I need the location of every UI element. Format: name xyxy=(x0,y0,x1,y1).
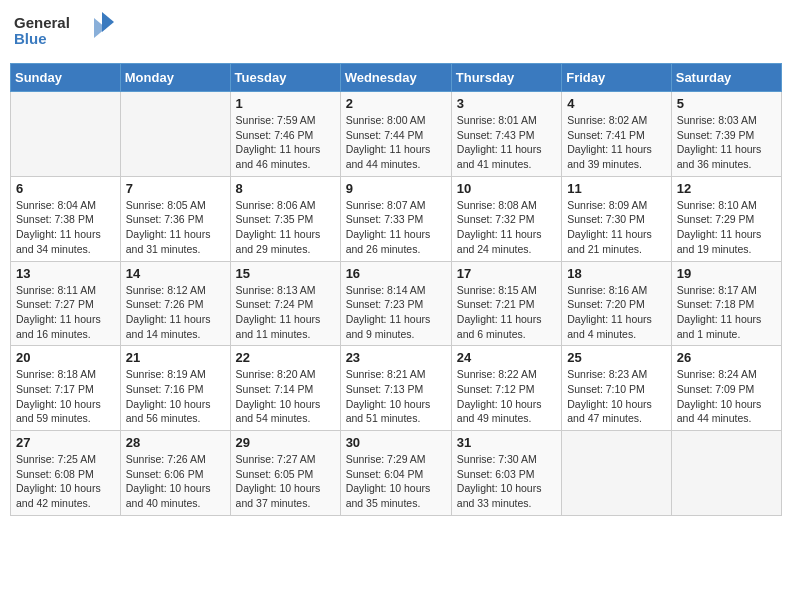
day-cell: 18Sunrise: 8:16 AMSunset: 7:20 PMDayligh… xyxy=(562,261,672,346)
day-cell: 25Sunrise: 8:23 AMSunset: 7:10 PMDayligh… xyxy=(562,346,672,431)
day-cell: 19Sunrise: 8:17 AMSunset: 7:18 PMDayligh… xyxy=(671,261,781,346)
day-cell: 4Sunrise: 8:02 AMSunset: 7:41 PMDaylight… xyxy=(562,92,672,177)
day-info: Sunrise: 8:01 AMSunset: 7:43 PMDaylight:… xyxy=(457,113,556,172)
day-cell: 2Sunrise: 8:00 AMSunset: 7:44 PMDaylight… xyxy=(340,92,451,177)
day-number: 23 xyxy=(346,350,446,365)
day-info: Sunrise: 8:03 AMSunset: 7:39 PMDaylight:… xyxy=(677,113,776,172)
day-cell: 14Sunrise: 8:12 AMSunset: 7:26 PMDayligh… xyxy=(120,261,230,346)
day-number: 20 xyxy=(16,350,115,365)
day-info: Sunrise: 8:02 AMSunset: 7:41 PMDaylight:… xyxy=(567,113,666,172)
day-header-friday: Friday xyxy=(562,64,672,92)
day-info: Sunrise: 7:26 AMSunset: 6:06 PMDaylight:… xyxy=(126,452,225,511)
day-cell: 24Sunrise: 8:22 AMSunset: 7:12 PMDayligh… xyxy=(451,346,561,431)
week-row-2: 13Sunrise: 8:11 AMSunset: 7:27 PMDayligh… xyxy=(11,261,782,346)
day-info: Sunrise: 8:22 AMSunset: 7:12 PMDaylight:… xyxy=(457,367,556,426)
day-cell: 16Sunrise: 8:14 AMSunset: 7:23 PMDayligh… xyxy=(340,261,451,346)
day-info: Sunrise: 8:18 AMSunset: 7:17 PMDaylight:… xyxy=(16,367,115,426)
day-number: 18 xyxy=(567,266,666,281)
day-number: 14 xyxy=(126,266,225,281)
day-header-wednesday: Wednesday xyxy=(340,64,451,92)
day-number: 13 xyxy=(16,266,115,281)
day-cell: 17Sunrise: 8:15 AMSunset: 7:21 PMDayligh… xyxy=(451,261,561,346)
day-cell: 8Sunrise: 8:06 AMSunset: 7:35 PMDaylight… xyxy=(230,176,340,261)
day-number: 29 xyxy=(236,435,335,450)
day-info: Sunrise: 8:06 AMSunset: 7:35 PMDaylight:… xyxy=(236,198,335,257)
calendar-header-row: SundayMondayTuesdayWednesdayThursdayFrid… xyxy=(11,64,782,92)
day-number: 9 xyxy=(346,181,446,196)
day-header-thursday: Thursday xyxy=(451,64,561,92)
logo: General Blue xyxy=(14,10,114,55)
day-number: 15 xyxy=(236,266,335,281)
day-header-sunday: Sunday xyxy=(11,64,121,92)
day-number: 11 xyxy=(567,181,666,196)
day-cell: 23Sunrise: 8:21 AMSunset: 7:13 PMDayligh… xyxy=(340,346,451,431)
day-info: Sunrise: 8:07 AMSunset: 7:33 PMDaylight:… xyxy=(346,198,446,257)
day-cell: 26Sunrise: 8:24 AMSunset: 7:09 PMDayligh… xyxy=(671,346,781,431)
day-number: 5 xyxy=(677,96,776,111)
day-number: 21 xyxy=(126,350,225,365)
day-info: Sunrise: 7:25 AMSunset: 6:08 PMDaylight:… xyxy=(16,452,115,511)
day-info: Sunrise: 7:59 AMSunset: 7:46 PMDaylight:… xyxy=(236,113,335,172)
day-number: 24 xyxy=(457,350,556,365)
day-cell xyxy=(671,431,781,516)
day-number: 4 xyxy=(567,96,666,111)
day-info: Sunrise: 8:09 AMSunset: 7:30 PMDaylight:… xyxy=(567,198,666,257)
logo-svg: General Blue xyxy=(14,10,114,55)
day-info: Sunrise: 8:24 AMSunset: 7:09 PMDaylight:… xyxy=(677,367,776,426)
day-info: Sunrise: 8:23 AMSunset: 7:10 PMDaylight:… xyxy=(567,367,666,426)
day-cell: 29Sunrise: 7:27 AMSunset: 6:05 PMDayligh… xyxy=(230,431,340,516)
day-header-monday: Monday xyxy=(120,64,230,92)
day-info: Sunrise: 8:00 AMSunset: 7:44 PMDaylight:… xyxy=(346,113,446,172)
day-cell: 10Sunrise: 8:08 AMSunset: 7:32 PMDayligh… xyxy=(451,176,561,261)
day-info: Sunrise: 8:16 AMSunset: 7:20 PMDaylight:… xyxy=(567,283,666,342)
day-info: Sunrise: 7:29 AMSunset: 6:04 PMDaylight:… xyxy=(346,452,446,511)
week-row-1: 6Sunrise: 8:04 AMSunset: 7:38 PMDaylight… xyxy=(11,176,782,261)
day-cell: 21Sunrise: 8:19 AMSunset: 7:16 PMDayligh… xyxy=(120,346,230,431)
day-number: 12 xyxy=(677,181,776,196)
day-number: 30 xyxy=(346,435,446,450)
day-number: 19 xyxy=(677,266,776,281)
day-header-tuesday: Tuesday xyxy=(230,64,340,92)
day-number: 31 xyxy=(457,435,556,450)
day-number: 27 xyxy=(16,435,115,450)
day-info: Sunrise: 7:30 AMSunset: 6:03 PMDaylight:… xyxy=(457,452,556,511)
day-cell: 9Sunrise: 8:07 AMSunset: 7:33 PMDaylight… xyxy=(340,176,451,261)
day-info: Sunrise: 8:08 AMSunset: 7:32 PMDaylight:… xyxy=(457,198,556,257)
day-cell xyxy=(562,431,672,516)
calendar-table: SundayMondayTuesdayWednesdayThursdayFrid… xyxy=(10,63,782,516)
day-number: 1 xyxy=(236,96,335,111)
day-number: 25 xyxy=(567,350,666,365)
day-cell: 30Sunrise: 7:29 AMSunset: 6:04 PMDayligh… xyxy=(340,431,451,516)
day-cell: 6Sunrise: 8:04 AMSunset: 7:38 PMDaylight… xyxy=(11,176,121,261)
day-info: Sunrise: 8:19 AMSunset: 7:16 PMDaylight:… xyxy=(126,367,225,426)
day-cell: 11Sunrise: 8:09 AMSunset: 7:30 PMDayligh… xyxy=(562,176,672,261)
day-info: Sunrise: 8:10 AMSunset: 7:29 PMDaylight:… xyxy=(677,198,776,257)
day-cell xyxy=(11,92,121,177)
day-cell: 13Sunrise: 8:11 AMSunset: 7:27 PMDayligh… xyxy=(11,261,121,346)
day-info: Sunrise: 8:15 AMSunset: 7:21 PMDaylight:… xyxy=(457,283,556,342)
day-cell: 5Sunrise: 8:03 AMSunset: 7:39 PMDaylight… xyxy=(671,92,781,177)
day-cell: 3Sunrise: 8:01 AMSunset: 7:43 PMDaylight… xyxy=(451,92,561,177)
day-header-saturday: Saturday xyxy=(671,64,781,92)
day-number: 6 xyxy=(16,181,115,196)
day-info: Sunrise: 8:20 AMSunset: 7:14 PMDaylight:… xyxy=(236,367,335,426)
day-number: 7 xyxy=(126,181,225,196)
week-row-0: 1Sunrise: 7:59 AMSunset: 7:46 PMDaylight… xyxy=(11,92,782,177)
day-number: 28 xyxy=(126,435,225,450)
day-info: Sunrise: 8:12 AMSunset: 7:26 PMDaylight:… xyxy=(126,283,225,342)
page-header: General Blue xyxy=(10,10,782,55)
day-number: 22 xyxy=(236,350,335,365)
day-cell xyxy=(120,92,230,177)
day-cell: 22Sunrise: 8:20 AMSunset: 7:14 PMDayligh… xyxy=(230,346,340,431)
day-cell: 1Sunrise: 7:59 AMSunset: 7:46 PMDaylight… xyxy=(230,92,340,177)
svg-text:General: General xyxy=(14,14,70,31)
day-info: Sunrise: 8:17 AMSunset: 7:18 PMDaylight:… xyxy=(677,283,776,342)
day-number: 8 xyxy=(236,181,335,196)
day-cell: 15Sunrise: 8:13 AMSunset: 7:24 PMDayligh… xyxy=(230,261,340,346)
svg-text:Blue: Blue xyxy=(14,30,47,47)
day-number: 10 xyxy=(457,181,556,196)
day-cell: 28Sunrise: 7:26 AMSunset: 6:06 PMDayligh… xyxy=(120,431,230,516)
day-cell: 12Sunrise: 8:10 AMSunset: 7:29 PMDayligh… xyxy=(671,176,781,261)
day-cell: 31Sunrise: 7:30 AMSunset: 6:03 PMDayligh… xyxy=(451,431,561,516)
day-info: Sunrise: 8:14 AMSunset: 7:23 PMDaylight:… xyxy=(346,283,446,342)
